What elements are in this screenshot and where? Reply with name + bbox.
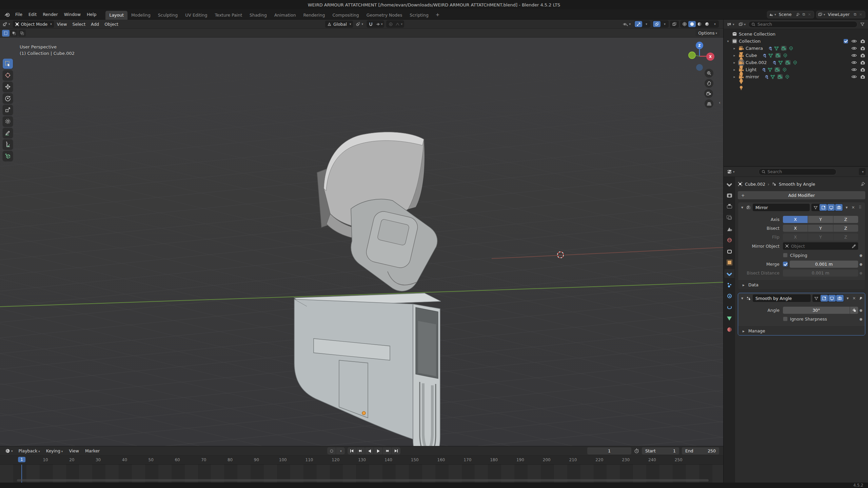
show-on-cage-toggle[interactable] — [812, 204, 819, 211]
properties-tab[interactable] — [724, 213, 734, 222]
properties-tab[interactable] — [724, 303, 734, 311]
snap-toggle[interactable] — [367, 21, 375, 27]
properties-tab[interactable] — [724, 180, 734, 188]
show-overlays-toggle[interactable] — [653, 21, 660, 27]
axis-y-button[interactable]: Y — [808, 216, 833, 223]
show-render-toggle[interactable] — [835, 204, 843, 211]
expand-chevron-icon[interactable]: ▸ — [732, 46, 737, 50]
smooth-panel-header[interactable]: ▾ Smooth by Angle — [738, 293, 865, 303]
shading-settings-dropdown[interactable]: ▾ — [711, 21, 718, 27]
timeline-menu-keying[interactable]: Keying▾ — [43, 448, 66, 454]
viewport-menu-select[interactable]: Select — [70, 21, 88, 27]
properties-tab[interactable] — [724, 325, 734, 334]
new-scene-icon[interactable]: ⧉ — [801, 12, 807, 17]
menu-help[interactable]: Help — [84, 11, 100, 18]
collection-checkbox[interactable] — [844, 39, 848, 43]
overlays-settings-dropdown[interactable]: ▾ — [660, 21, 668, 27]
workspace-tab[interactable]: Sculpting — [154, 11, 181, 20]
input-attribute-toggle[interactable] — [850, 307, 858, 314]
disable-render-camera-icon[interactable] — [860, 39, 865, 43]
viewport-menu-add[interactable]: Add — [88, 21, 102, 27]
auto-keyframe-toggle[interactable] — [327, 447, 336, 454]
play-reverse-button[interactable] — [365, 447, 374, 454]
disable-render-camera-icon[interactable] — [860, 67, 865, 72]
gizmo-x-axis[interactable]: X — [706, 53, 714, 61]
scene-selector[interactable]: ▾ Scene ⧉ × — [767, 11, 814, 18]
viewport-menu-object[interactable]: Object — [102, 21, 121, 27]
axis-z-button[interactable]: Z — [833, 216, 858, 223]
outliner-object-row[interactable]: ▸ mirror — [726, 73, 868, 80]
decorator-dot[interactable]: ● — [858, 317, 864, 321]
show-on-cage-toggle[interactable] — [813, 295, 820, 302]
merge-checkbox[interactable] — [783, 262, 788, 266]
properties-tab[interactable] — [724, 314, 734, 323]
outliner-scene-collection-row[interactable]: Scene Collection — [726, 30, 868, 38]
expand-chevron-icon[interactable]: ▸ — [732, 68, 737, 72]
select-mode-extend[interactable] — [10, 30, 18, 37]
orthographic-toggle-button[interactable] — [705, 99, 713, 108]
mirror-object-field[interactable]: Object — [783, 242, 858, 250]
workspace-tab[interactable]: Texture Paint — [211, 11, 246, 20]
timeline-ruler[interactable]: 1 10203040506070809010011012013014015016… — [0, 456, 723, 465]
eyedropper-icon[interactable] — [852, 244, 856, 248]
tool-rotate[interactable] — [3, 93, 13, 103]
extras-dropdown[interactable]: ▾ — [845, 205, 849, 210]
zoom-view-button[interactable] — [705, 69, 713, 78]
menu-edit[interactable]: Edit — [25, 11, 40, 18]
clipping-checkbox[interactable] — [783, 253, 788, 258]
breadcrumb-object-name[interactable]: Cube.002 — [745, 182, 765, 187]
xray-toggle[interactable] — [670, 21, 679, 28]
pivot-point-dropdown[interactable]: ▾ — [354, 21, 365, 28]
tool-move[interactable] — [3, 82, 13, 92]
tool-select-box[interactable] — [3, 59, 13, 69]
blender-logo-icon[interactable] — [2, 11, 12, 18]
jump-to-end-button[interactable] — [392, 447, 400, 454]
smooth-name-field[interactable]: Smooth by Angle — [753, 294, 811, 302]
bisect-x-button[interactable]: X — [783, 225, 808, 232]
workspace-tab[interactable]: Shading — [246, 11, 271, 20]
options-dropdown[interactable]: Options ▾ — [695, 30, 720, 36]
select-mode-subtract[interactable] — [18, 30, 26, 37]
pan-view-button[interactable] — [705, 79, 713, 88]
timeline-scrollbar[interactable] — [17, 479, 709, 482]
armour-object-bottom[interactable] — [294, 293, 441, 446]
hide-eye-icon[interactable] — [851, 46, 857, 50]
stopwatch-icon[interactable] — [634, 448, 639, 453]
playhead-badge[interactable]: 1 — [18, 457, 25, 462]
workspace-tab[interactable]: Animation — [271, 11, 300, 20]
pin-icon[interactable] — [859, 296, 863, 301]
properties-tab[interactable] — [724, 191, 734, 200]
timeline-menu-marker[interactable]: Marker — [82, 448, 102, 454]
tool-annotate[interactable] — [3, 128, 13, 138]
viewport-canvas[interactable]: User Perspective (1) Collection | Cube.0… — [0, 38, 723, 446]
select-mode-new[interactable] — [2, 30, 9, 37]
hide-eye-icon[interactable] — [851, 53, 857, 58]
workspace-tab[interactable]: Layout — [105, 11, 127, 20]
timeline-editor-type-button[interactable]: ▾ — [3, 447, 15, 454]
gizmo-neg-z-axis[interactable] — [696, 64, 703, 71]
visibility-dropdown[interactable]: ▾ — [621, 21, 633, 28]
mode-dropdown[interactable]: Object Mode ▾ — [13, 21, 54, 28]
smooth-manage-subpanel[interactable]: ▸ Manage — [738, 326, 865, 335]
mirror-data-subpanel[interactable]: ▸ Data — [738, 280, 865, 289]
properties-tab[interactable] — [724, 224, 734, 233]
workspace-tab[interactable]: Geometry Nodes — [363, 11, 406, 20]
disable-render-camera-icon[interactable] — [860, 46, 865, 50]
properties-options-dropdown[interactable]: ▾ — [859, 168, 866, 175]
expand-chevron-icon[interactable]: ▸ — [732, 54, 737, 57]
properties-tab[interactable] — [724, 291, 734, 300]
show-in-editmode-toggle[interactable] — [820, 204, 827, 211]
expand-chevron-icon[interactable]: ▸ — [732, 75, 737, 79]
properties-search-input[interactable]: Search — [758, 168, 836, 175]
outliner-collection-row[interactable]: ▾ Collection — [726, 38, 868, 45]
disable-render-camera-icon[interactable] — [860, 53, 865, 58]
jump-to-start-button[interactable] — [348, 447, 356, 454]
viewlayer-selector[interactable]: ▾ ViewLayer ⧉ × — [816, 11, 865, 18]
tool-add-cube[interactable] — [3, 151, 13, 161]
angle-value-field[interactable]: 30° — [783, 307, 850, 314]
new-viewlayer-icon[interactable]: ⧉ — [852, 12, 858, 17]
next-keyframe-button[interactable] — [383, 447, 392, 454]
pin-icon[interactable] — [861, 182, 865, 186]
camera-view-button[interactable] — [704, 89, 713, 98]
show-gizmo-toggle[interactable] — [635, 21, 642, 27]
